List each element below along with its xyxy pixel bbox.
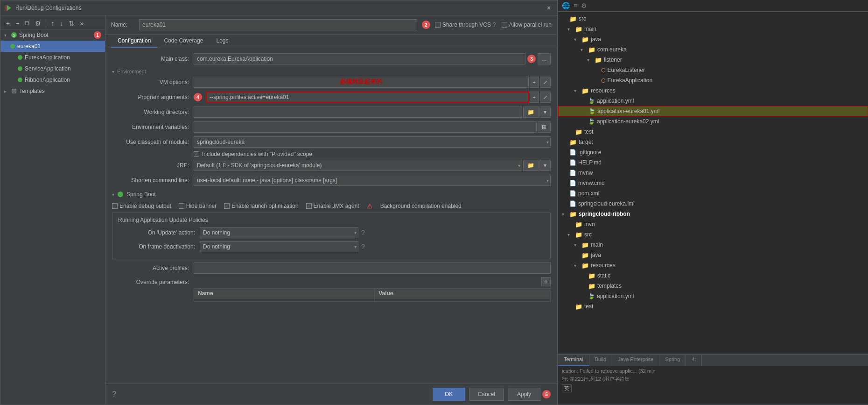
add-config-button[interactable]: + — [4, 19, 12, 28]
ft-help-md[interactable]: 📄 HELP.md — [558, 157, 868, 168]
ft-app-yml-r[interactable]: 🍃 application.yml — [558, 291, 868, 301]
frame-deactivation-help[interactable]: ? — [361, 243, 365, 250]
hide-banner-checkbox[interactable]: Hide banner — [179, 203, 217, 209]
move-up-button[interactable]: ↑ — [49, 19, 56, 28]
ft-test-r[interactable]: 📁 test — [558, 301, 868, 312]
working-dir-browse-button[interactable]: 📁 — [523, 107, 539, 118]
working-dir-input[interactable] — [194, 107, 522, 118]
sidebar-item-eureka01[interactable]: eureka01 — [0, 41, 105, 52]
enable-launch-checkbox[interactable]: Enable launch optimization — [224, 203, 298, 209]
cancel-button[interactable]: Cancel — [469, 388, 504, 401]
bottom-tab-java-enterprise[interactable]: Java Enterprise — [612, 355, 659, 366]
ft-test-label: test — [584, 128, 593, 135]
share-vcs-help[interactable]: ? — [493, 21, 496, 28]
update-action-help[interactable]: ? — [361, 229, 365, 236]
settings-config-button[interactable]: ⚙ — [33, 19, 43, 28]
ft-resources-r[interactable]: ▾ 📁 resources — [558, 260, 868, 270]
ft-eureka-listener[interactable]: C EurekaListener — [558, 65, 868, 75]
enable-debug-checkbox[interactable]: Enable debug output — [112, 203, 171, 209]
tab-code-coverage[interactable]: Code Coverage — [157, 35, 210, 48]
ft-main-r[interactable]: ▾ 📁 main — [558, 240, 868, 250]
program-args-input[interactable] — [206, 92, 529, 103]
bottom-tab-4[interactable]: 4: — [686, 355, 702, 366]
ft-test[interactable]: 📁 test — [558, 127, 868, 137]
footer-help-icon[interactable]: ? — [112, 390, 116, 398]
ft-java-r[interactable]: 📁 java — [558, 250, 868, 260]
ft-listener[interactable]: ▾ 📁 listener — [558, 55, 868, 65]
prog-expand-button[interactable]: + — [530, 92, 539, 103]
frame-deactivation-select[interactable]: Do nothing — [200, 241, 358, 252]
enable-jmx-checkbox[interactable]: Enable JMX agent — [306, 203, 359, 209]
bottom-tab-build[interactable]: Build — [589, 355, 612, 366]
ft-pom-xml[interactable]: 📄 pom.xml — [558, 188, 868, 199]
env-vars-input[interactable] — [194, 121, 537, 133]
ft-templates-r[interactable]: 📁 templates — [558, 281, 868, 291]
vm-options-input[interactable] — [194, 77, 529, 88]
ft-main[interactable]: ▾ 📁 main — [558, 24, 868, 34]
ft-target[interactable]: 📁 target — [558, 137, 868, 147]
sidebar-item-spring-boot[interactable]: ▾ ⚙ Spring Boot 1 — [0, 29, 105, 41]
bottom-language[interactable]: 英 — [562, 384, 572, 392]
update-action-select[interactable]: Do nothing — [200, 227, 358, 238]
env-vars-row: Environment variables: ⊞ — [112, 121, 551, 133]
ok-button[interactable]: OK — [433, 388, 465, 401]
ft-gear-icon[interactable]: ⚙ — [581, 2, 587, 9]
shorten-cmd-select[interactable]: user-local default: none - java [options… — [194, 175, 551, 186]
apply-button[interactable]: Apply — [508, 388, 540, 401]
env-vars-browse-button[interactable]: ⊞ — [538, 121, 551, 133]
remove-config-button[interactable]: − — [14, 19, 21, 28]
ft-gitignore[interactable]: 📄 .gitignore — [558, 147, 868, 157]
ft-com-eureka[interactable]: ▾ 📁 com.eureka — [558, 44, 868, 55]
allow-parallel-checkbox[interactable]: Allow parallel run — [502, 21, 552, 28]
sidebar-item-ribbon-application[interactable]: RibbonApplication — [0, 74, 105, 85]
jre-browse-button[interactable]: 📁 — [523, 160, 539, 171]
bottom-tab-spring[interactable]: Spring — [659, 355, 686, 366]
ft-springcloud-eureka-iml[interactable]: 📄 springcloud-eureka.iml — [558, 199, 868, 209]
active-profiles-input[interactable] — [194, 263, 551, 274]
ft-settings-icon[interactable]: ≡ — [574, 2, 577, 9]
jre-select[interactable]: Default (1.8 - SDK of 'springcloud-eurek… — [194, 160, 522, 171]
templates-label: Templates — [19, 88, 45, 94]
ft-springcloud-ribbon[interactable]: ▾ 📁 springcloud-ribbon — [558, 209, 868, 219]
ft-java[interactable]: ▾ 📁 java — [558, 34, 868, 44]
share-vcs-checkbox[interactable]: Share through VCS ? — [435, 21, 496, 28]
ft-application-yml[interactable]: 🍃 application.yml — [558, 96, 868, 106]
ft-mvn-r[interactable]: 📁 mvn — [558, 219, 868, 229]
sidebar-item-eureka-application[interactable]: EurekaApplication — [0, 52, 105, 63]
prog-fullscreen-button[interactable]: ⤢ — [540, 92, 551, 103]
main-class-input[interactable] — [194, 53, 525, 64]
ft-resources[interactable]: ▾ 📁 resources — [558, 85, 868, 96]
config-content: Main class: 3 ... Environment — [105, 48, 557, 309]
classpath-label: Use classpath of module: — [112, 139, 194, 145]
ft-mvnw[interactable]: 📄 mvnw — [558, 168, 868, 178]
copy-config-button[interactable]: ⧉ — [23, 18, 31, 28]
tab-logs[interactable]: Logs — [210, 35, 235, 48]
tab-configuration[interactable]: Configuration — [111, 35, 157, 48]
sort-button[interactable]: ⇅ — [67, 19, 76, 28]
move-down-button[interactable]: ↓ — [58, 19, 65, 28]
jre-arrow-button[interactable]: ▾ — [539, 160, 551, 171]
active-profiles-label: Active profiles: — [112, 265, 194, 271]
close-button[interactable]: × — [545, 4, 553, 12]
sidebar-item-service-application[interactable]: ServiceApplication — [0, 63, 105, 74]
ft-application-eureka01-yml[interactable]: 🍃 application-eureka01.yml — [558, 106, 868, 116]
svg-point-10 — [118, 192, 123, 197]
ft-application-eureka02-yml[interactable]: 🍃 application-eureka02.yml — [558, 116, 868, 127]
include-deps-checkbox[interactable] — [194, 151, 199, 157]
bottom-tab-terminal[interactable]: Terminal — [558, 355, 589, 366]
ft-globe-icon[interactable]: 🌐 — [562, 2, 570, 9]
ft-mvnw-cmd[interactable]: 📄 mvnw.cmd — [558, 178, 868, 188]
classpath-select[interactable]: springcloud-eureka — [194, 136, 551, 148]
ft-eureka-app-class[interactable]: C EurekaApplication — [558, 75, 868, 85]
sidebar-item-templates[interactable]: ▸ Templates — [0, 85, 105, 97]
override-params-add-button[interactable]: + — [541, 277, 551, 286]
vm-fullscreen-button[interactable]: ⤢ — [540, 77, 551, 88]
ft-src-r[interactable]: ▾ 📁 src — [558, 229, 868, 240]
working-dir-arrow-button[interactable]: ▾ — [539, 107, 551, 118]
ft-src[interactable]: 📁 src — [558, 14, 868, 24]
expand-button[interactable]: » — [78, 19, 85, 28]
vm-expand-button[interactable]: + — [530, 77, 539, 88]
name-input[interactable] — [139, 19, 417, 30]
ft-static-r[interactable]: 📁 static — [558, 270, 868, 281]
main-class-browse-button[interactable]: ... — [538, 53, 551, 64]
